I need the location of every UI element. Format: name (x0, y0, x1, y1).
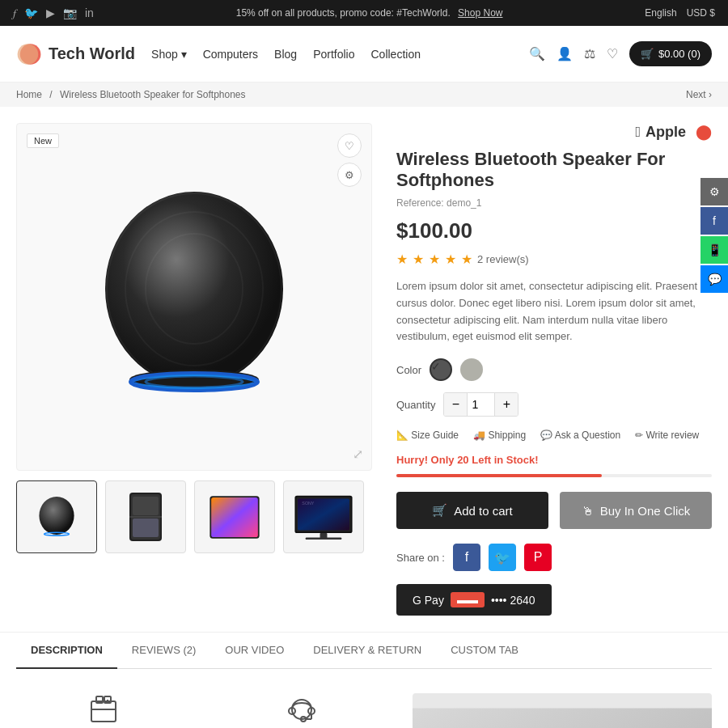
share-twitter-button[interactable]: 🐦 (489, 544, 516, 571)
nav-portfolio[interactable]: Portfolio (313, 48, 354, 61)
side-social-bar: ⚙ f 📱 💬 (700, 178, 728, 293)
stars-row: ★ ★ ★ ★ ★ 2 review(s) (396, 252, 712, 267)
side-gear-icon[interactable]: ⚙ (700, 178, 728, 205)
side-whatsapp-icon[interactable]: 📱 (700, 236, 728, 264)
gpay-button[interactable]: G Pay ▬▬ •••• 2640 (396, 584, 552, 616)
shipping-icon (83, 693, 124, 728)
stock-count: 20 (457, 454, 468, 466)
stock-warning: Hurry! Only 20 Left in Stock! (396, 454, 712, 466)
nav-shop[interactable]: Shop ▾ (151, 48, 187, 61)
thumb-4[interactable]: SONY (283, 480, 364, 553)
logo[interactable]: Tech World (16, 41, 135, 67)
top-bar: 𝑓 🐦 ▶ 📷 in 15% off on all products, prom… (0, 0, 728, 26)
youtube-icon[interactable]: ▶ (46, 6, 55, 19)
quantity-decrease[interactable]: − (444, 393, 467, 416)
nav-collection[interactable]: Collection (371, 48, 421, 61)
breadcrumb-current: Wireless Bluetooth Speaker for Softphone… (60, 89, 245, 100)
currency-selector[interactable]: USD $ (687, 7, 715, 19)
star-5: ★ (461, 252, 472, 267)
promo-text: 15% off on all products, promo code: #Te… (236, 7, 451, 19)
svg-rect-14 (133, 497, 159, 515)
product-description: Lorem ipsum dolor sit amet, consectetur … (396, 278, 712, 345)
features-grid: FREE SHIPPING & RETURN Free Shipping on … (16, 693, 388, 728)
brand-row:  Apple ⬤ (396, 123, 712, 141)
quantity-input[interactable] (467, 393, 495, 416)
shop-now-link[interactable]: Shop Now (458, 7, 502, 19)
facebook-icon[interactable]: 𝑓 (13, 6, 16, 20)
nav-computers[interactable]: Computers (203, 48, 258, 61)
tab-reviews[interactable]: REVIEWS (2) (117, 633, 210, 669)
main-nav: Shop ▾ Computers Blog Portfolio Collecti… (151, 48, 529, 61)
svg-point-9 (39, 496, 74, 534)
wishlist-product-icon[interactable]: ♡ (337, 133, 362, 158)
side-chat-icon[interactable]: 💬 (700, 265, 728, 293)
expand-icon[interactable]: ⤢ (353, 447, 363, 462)
social-links: 𝑓 🐦 ▶ 📷 in (13, 6, 94, 20)
thumb-1[interactable] (16, 480, 97, 553)
share-row: Share on : f 🐦 P (396, 544, 712, 571)
feature-shipping: FREE SHIPPING & RETURN Free Shipping on … (16, 693, 190, 728)
breadcrumb-next[interactable]: Next › (686, 89, 712, 100)
add-to-cart-button[interactable]: 🛒 Add to cart (396, 492, 548, 529)
quantity-label: Quantity (396, 399, 435, 411)
product-area: New ♡ ⚙ (0, 107, 728, 632)
wishlist-icon[interactable]: ♡ (607, 46, 618, 61)
new-badge: New (27, 133, 59, 148)
tab-description[interactable]: DESCRIPTION (16, 633, 117, 669)
stock-bar (396, 474, 712, 477)
side-facebook-icon[interactable]: f (700, 207, 728, 235)
shipping-link[interactable]: 🚚 Shipping (473, 430, 526, 441)
tab-delivery[interactable]: DELIVERY & RETURN (298, 633, 436, 669)
stock-prefix: Hurry! Only (396, 454, 455, 466)
instagram-icon[interactable]: 📷 (63, 6, 77, 19)
search-icon[interactable]: 🔍 (529, 46, 545, 61)
svg-point-1 (18, 44, 39, 65)
breadcrumb-home[interactable]: Home (16, 89, 42, 100)
svg-rect-26 (91, 701, 116, 722)
thumb-2[interactable] (105, 480, 186, 553)
thumb-3[interactable] (194, 480, 275, 553)
tabs-section: DESCRIPTION REVIEWS (2) OUR VIDEO DELIVE… (0, 632, 728, 669)
tab-custom[interactable]: CUSTOM TAB (436, 633, 533, 669)
write-review-link[interactable]: ✏ Write review (635, 430, 699, 441)
linkedin-icon[interactable]: in (85, 6, 94, 19)
extra-links: 📐 Size Guide 🚚 Shipping 💬 Ask a Question… (396, 430, 712, 441)
thumbnail-row: SONY (16, 480, 372, 553)
product-reference: Reference: demo_1 (396, 197, 712, 209)
tabs-nav: DESCRIPTION REVIEWS (2) OUR VIDEO DELIVE… (16, 633, 712, 669)
twitter-icon[interactable]: 🐦 (24, 6, 38, 19)
stock-suffix: Left in Stock! (472, 454, 538, 466)
language-selector[interactable]: English (645, 7, 676, 19)
description-content: FREE SHIPPING & RETURN Free Shipping on … (0, 669, 728, 728)
svg-rect-18 (211, 497, 258, 537)
brand-name: Apple (645, 124, 686, 141)
action-buttons: 🛒 Add to cart 🖱 Buy In One Click (396, 492, 712, 529)
tab-video[interactable]: OUR VIDEO (210, 633, 298, 669)
cart-button[interactable]: 🛒 $0.00 (0) (629, 41, 712, 66)
ask-question-link[interactable]: 💬 Ask a Question (540, 430, 620, 441)
share-label: Share on : (396, 552, 445, 564)
product-details:  Apple ⬤ Wireless Bluetooth Speaker For… (396, 123, 712, 616)
share-facebook-button[interactable]: f (453, 544, 480, 571)
buy-now-button[interactable]: 🖱 Buy In One Click (560, 492, 712, 529)
size-guide-link[interactable]: 📐 Size Guide (396, 430, 459, 441)
account-icon[interactable]: 👤 (557, 46, 573, 61)
quantity-increase[interactable]: + (495, 393, 518, 416)
quantity-row: Quantity − + (396, 392, 712, 417)
star-1: ★ (396, 252, 408, 267)
color-swatch-gray[interactable] (460, 358, 483, 381)
zoom-icon[interactable]: ⚙ (337, 163, 362, 187)
cart-icon: 🛒 (641, 48, 654, 60)
header-icons: 🔍 👤 ⚖ ♡ 🛒 $0.00 (0) (529, 41, 712, 66)
logo-text: Tech World (49, 44, 135, 63)
cart-icon-btn: 🛒 (432, 503, 447, 518)
buy-icon: 🖱 (582, 504, 594, 518)
logo-icon (16, 41, 42, 67)
color-swatch-dark[interactable]: ✓ (430, 358, 452, 381)
star-2: ★ (413, 252, 424, 267)
share-pinterest-button[interactable]: P (524, 544, 552, 571)
reviews-count[interactable]: 2 review(s) (477, 253, 529, 265)
nav-blog[interactable]: Blog (274, 48, 297, 61)
compare-icon[interactable]: ⚖ (584, 46, 595, 61)
card-indicator: ▬▬ (451, 592, 485, 607)
